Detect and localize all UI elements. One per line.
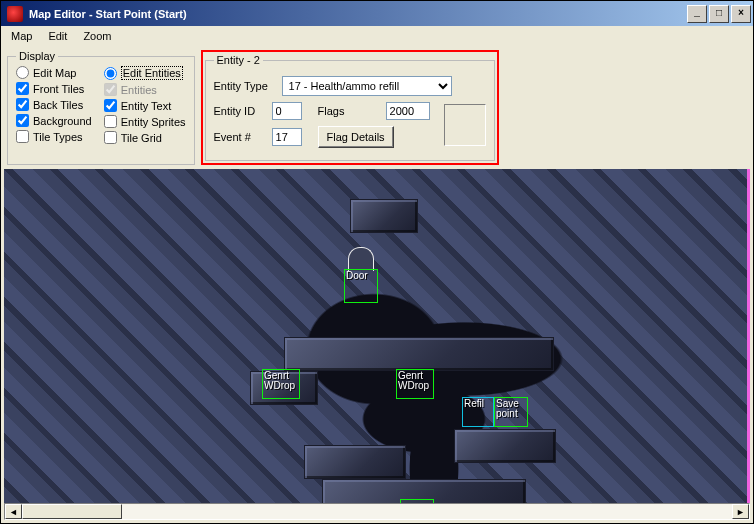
check-entities[interactable] (104, 83, 117, 96)
entity-id-label: Entity ID (214, 105, 266, 117)
entity-unnamed[interactable] (400, 499, 434, 503)
entity-preview-box (444, 104, 486, 146)
titlebar[interactable]: Map Editor - Start Point (Start) _ □ × (1, 1, 753, 26)
scroll-right-arrow[interactable]: ► (732, 504, 749, 519)
check-entity-sprites[interactable] (104, 115, 117, 128)
door-icon (348, 247, 374, 271)
window-title: Map Editor - Start Point (Start) (27, 8, 687, 20)
opt-background[interactable]: Background (16, 114, 92, 127)
opt-entities[interactable]: Entities (104, 83, 186, 96)
maximize-button[interactable]: □ (709, 5, 729, 23)
flag-details-button[interactable]: Flag Details (318, 126, 394, 148)
minimize-button[interactable]: _ (687, 5, 707, 23)
opt-edit-map[interactable]: Edit Map (16, 66, 92, 79)
app-window: Map Editor - Start Point (Start) _ □ × M… (0, 0, 754, 524)
entity-genrt-wdrop-2[interactable]: Genrt WDrop (396, 369, 434, 399)
entity-panel-highlight: Entity - 2 Entity Type 17 - Health/ammo … (201, 50, 499, 165)
check-tile-grid[interactable] (104, 131, 117, 144)
map-viewport[interactable]: Door Genrt WDrop Genrt WDrop Refil Save … (4, 169, 750, 503)
entity-genrt-wdrop-1[interactable]: Genrt WDrop (262, 369, 300, 399)
display-group: Display Edit Map Front Tiles Back Tiles (7, 50, 195, 165)
opt-tile-types[interactable]: Tile Types (16, 130, 92, 143)
tile-block (350, 199, 418, 233)
menubar: Map Edit Zoom (1, 26, 753, 46)
check-tile-types[interactable] (16, 130, 29, 143)
scroll-track[interactable] (22, 504, 732, 519)
flags-label: Flags (318, 105, 380, 117)
map-canvas[interactable]: Door Genrt WDrop Genrt WDrop Refil Save … (4, 169, 750, 503)
entity-type-select[interactable]: 17 - Health/ammo refill (282, 76, 452, 96)
radio-edit-entities[interactable] (104, 67, 117, 80)
menu-edit[interactable]: Edit (40, 28, 75, 44)
scroll-left-arrow[interactable]: ◄ (5, 504, 22, 519)
opt-edit-entities[interactable]: Edit Entities (104, 66, 186, 80)
entity-door[interactable]: Door (344, 269, 378, 303)
entity-group: Entity - 2 Entity Type 17 - Health/ammo … (205, 54, 495, 161)
map-boundary-strip (747, 169, 750, 503)
check-back-tiles[interactable] (16, 98, 29, 111)
event-label: Event # (214, 131, 266, 143)
entity-type-label: Entity Type (214, 80, 276, 92)
opt-entity-sprites[interactable]: Entity Sprites (104, 115, 186, 128)
menu-zoom[interactable]: Zoom (75, 28, 119, 44)
close-button[interactable]: × (731, 5, 751, 23)
opt-entity-text[interactable]: Entity Text (104, 99, 186, 112)
check-front-tiles[interactable] (16, 82, 29, 95)
flags-input[interactable] (386, 102, 430, 120)
entity-legend: Entity - 2 (214, 54, 263, 66)
app-icon (7, 6, 23, 22)
check-entity-text[interactable] (104, 99, 117, 112)
entity-save-point[interactable]: Save point (494, 397, 528, 427)
opt-tile-grid[interactable]: Tile Grid (104, 131, 186, 144)
horizontal-scrollbar[interactable]: ◄ ► (4, 503, 750, 520)
tile-block (454, 429, 556, 463)
check-background[interactable] (16, 114, 29, 127)
entity-refill[interactable]: Refil (462, 397, 494, 427)
tool-pane: Display Edit Map Front Tiles Back Tiles (1, 46, 753, 169)
opt-back-tiles[interactable]: Back Tiles (16, 98, 92, 111)
tile-block (304, 445, 406, 479)
display-legend: Display (16, 50, 58, 62)
menu-map[interactable]: Map (3, 28, 40, 44)
scroll-thumb[interactable] (22, 504, 122, 519)
radio-edit-map[interactable] (16, 66, 29, 79)
tile-block (284, 337, 554, 371)
entity-id-input[interactable] (272, 102, 302, 120)
opt-front-tiles[interactable]: Front Tiles (16, 82, 92, 95)
event-input[interactable] (272, 128, 302, 146)
